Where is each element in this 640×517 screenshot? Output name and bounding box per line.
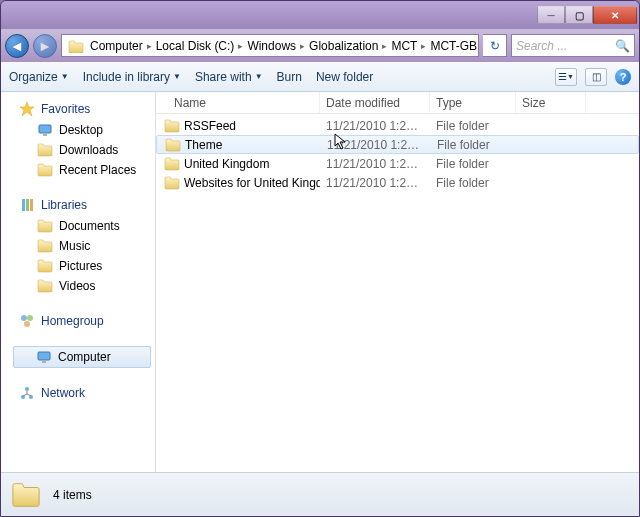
file-list-pane: Name Date modified Type Size RSSFeed11/2… (156, 92, 639, 472)
chevron-right-icon[interactable]: ▸ (145, 41, 154, 51)
forward-button[interactable]: ► (33, 34, 57, 58)
include-in-library-button[interactable]: Include in library▼ (83, 70, 181, 84)
folder-icon (9, 480, 43, 510)
file-date: 11/21/2010 1:20 A... (320, 119, 430, 133)
pictures-icon (37, 258, 53, 274)
command-bar: Organize▼ Include in library▼ Share with… (1, 62, 639, 92)
computer-icon (36, 349, 52, 365)
folder-icon (164, 156, 180, 172)
file-type: File folder (430, 176, 516, 190)
chevron-right-icon[interactable]: ▸ (419, 41, 428, 51)
chevron-down-icon: ▼ (61, 72, 69, 81)
libraries-group[interactable]: Libraries (3, 194, 155, 216)
help-button[interactable]: ? (615, 69, 631, 85)
nav-computer[interactable]: Computer (13, 346, 151, 368)
network-group[interactable]: Network (3, 382, 155, 404)
refresh-button[interactable]: ↻ (483, 34, 507, 57)
network-icon (19, 385, 35, 401)
folder-icon (165, 137, 181, 153)
column-name[interactable]: Name (156, 92, 320, 113)
chevron-right-icon[interactable]: ▸ (236, 41, 245, 51)
file-type: File folder (430, 119, 516, 133)
file-name: Websites for United Kingdom (184, 176, 320, 190)
maximize-button[interactable]: ▢ (565, 6, 593, 24)
file-row[interactable]: Theme11/21/2010 1:20 A...File folder (156, 135, 639, 154)
nav-recent-places[interactable]: Recent Places (3, 160, 155, 180)
file-date: 11/21/2010 1:20 A... (320, 157, 430, 171)
homegroup-icon (19, 313, 35, 329)
preview-pane-button[interactable]: ◫ (585, 68, 607, 86)
videos-icon (37, 278, 53, 294)
favorites-group[interactable]: Favorites (3, 98, 155, 120)
breadcrumb-item[interactable]: Computer (88, 39, 145, 53)
downloads-icon (37, 142, 53, 158)
file-name: United Kingdom (184, 157, 269, 171)
details-pane: 4 items (1, 472, 639, 516)
folder-icon (164, 175, 180, 191)
new-folder-button[interactable]: New folder (316, 70, 373, 84)
minimize-button[interactable]: ─ (537, 6, 565, 24)
titlebar: ─ ▢ ✕ (1, 1, 639, 29)
search-icon: 🔍 (615, 39, 630, 53)
column-type[interactable]: Type (430, 92, 516, 113)
back-button[interactable]: ◄ (5, 34, 29, 58)
column-size[interactable]: Size (516, 92, 586, 113)
chevron-down-icon: ▼ (255, 72, 263, 81)
nav-videos[interactable]: Videos (3, 276, 155, 296)
breadcrumb-item[interactable]: Local Disk (C:) (154, 39, 237, 53)
column-headers: Name Date modified Type Size (156, 92, 639, 114)
breadcrumb-item[interactable]: MCT-GB (428, 39, 479, 53)
star-icon (19, 101, 35, 117)
file-type: File folder (430, 157, 516, 171)
address-bar[interactable]: Computer▸ Local Disk (C:)▸ Windows▸ Glob… (61, 34, 479, 57)
close-button[interactable]: ✕ (593, 6, 637, 24)
file-row[interactable]: RSSFeed11/21/2010 1:20 A...File folder (156, 116, 639, 135)
file-date: 11/21/2010 1:20 A... (321, 138, 431, 152)
chevron-down-icon: ▼ (173, 72, 181, 81)
documents-icon (37, 218, 53, 234)
file-name: Theme (185, 138, 222, 152)
file-name: RSSFeed (184, 119, 236, 133)
share-with-button[interactable]: Share with▼ (195, 70, 263, 84)
homegroup-group[interactable]: Homegroup (3, 310, 155, 332)
breadcrumb-item[interactable]: Globalization (307, 39, 380, 53)
view-options-button[interactable]: ☰ ▼ (555, 68, 577, 86)
desktop-icon (37, 122, 53, 138)
nav-downloads[interactable]: Downloads (3, 140, 155, 160)
search-placeholder: Search ... (516, 39, 567, 53)
chevron-right-icon[interactable]: ▸ (380, 41, 389, 51)
file-row[interactable]: United Kingdom11/21/2010 1:20 A...File f… (156, 154, 639, 173)
file-row[interactable]: Websites for United Kingdom11/21/2010 1:… (156, 173, 639, 192)
breadcrumb-item[interactable]: Windows (245, 39, 298, 53)
chevron-right-icon[interactable]: ▸ (298, 41, 307, 51)
burn-button[interactable]: Burn (277, 70, 302, 84)
file-date: 11/21/2010 1:20 A... (320, 176, 430, 190)
navigation-pane: Favorites Desktop Downloads Recent Place… (1, 92, 156, 472)
nav-documents[interactable]: Documents (3, 216, 155, 236)
file-type: File folder (431, 138, 517, 152)
nav-music[interactable]: Music (3, 236, 155, 256)
organize-button[interactable]: Organize▼ (9, 70, 69, 84)
recent-icon (37, 162, 53, 178)
breadcrumb-item[interactable]: MCT (389, 39, 419, 53)
search-input[interactable]: Search ...🔍 (511, 34, 635, 57)
nav-pictures[interactable]: Pictures (3, 256, 155, 276)
explorer-window: ─ ▢ ✕ ◄ ► Computer▸ Local Disk (C:)▸ Win… (0, 0, 640, 517)
item-count: 4 items (53, 488, 92, 502)
navigation-bar: ◄ ► Computer▸ Local Disk (C:)▸ Windows▸ … (1, 29, 639, 62)
column-date[interactable]: Date modified (320, 92, 430, 113)
folder-icon (68, 39, 84, 53)
music-icon (37, 238, 53, 254)
folder-icon (164, 118, 180, 134)
libraries-icon (19, 197, 35, 213)
nav-desktop[interactable]: Desktop (3, 120, 155, 140)
